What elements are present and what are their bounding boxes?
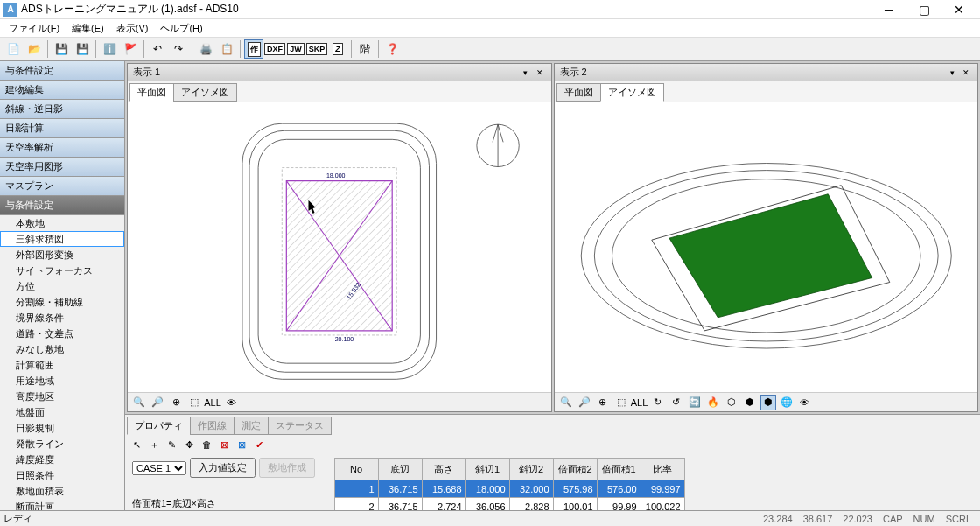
flag-icon[interactable]: 🚩 bbox=[121, 39, 140, 59]
undo-icon[interactable]: ↶ bbox=[148, 39, 167, 59]
sidebar-item[interactable]: 計算範囲 bbox=[0, 357, 124, 373]
tab-plan[interactable]: 平面図 bbox=[556, 83, 601, 102]
saveas-icon[interactable]: 💾 bbox=[73, 39, 92, 59]
minimize-button[interactable]: ─ bbox=[872, 0, 906, 19]
sidebar-h7[interactable]: 与条件設定 bbox=[0, 196, 124, 215]
sidebar-item[interactable]: 緯度経度 bbox=[0, 452, 124, 467]
sidebar-h4[interactable]: 天空率解析 bbox=[0, 138, 124, 158]
maximize-button[interactable]: ▢ bbox=[906, 0, 942, 19]
plus-icon[interactable]: ＋ bbox=[146, 437, 162, 452]
orbit-icon[interactable]: 🔄 bbox=[687, 395, 703, 410]
close-button[interactable]: ✕ bbox=[942, 0, 976, 19]
zoom-out-icon[interactable]: 🔎 bbox=[150, 395, 165, 410]
eye-icon[interactable]: 👁 bbox=[797, 395, 813, 410]
zoom-select-icon[interactable]: ⬚ bbox=[186, 395, 202, 410]
sidebar-item[interactable]: 敷地面積表 bbox=[0, 483, 124, 499]
sidebar-item[interactable]: 境界線条件 bbox=[0, 310, 124, 326]
mode-dxf-button[interactable]: DXF bbox=[265, 39, 284, 59]
mode-skp-button[interactable]: SKP bbox=[307, 39, 326, 59]
cube1-icon[interactable]: ⬡ bbox=[724, 395, 739, 410]
menu-view[interactable]: 表示(V) bbox=[111, 20, 154, 37]
table-row[interactable]: 236.7152.72436.0562.828100.0199.99100.02… bbox=[334, 498, 684, 510]
prop-tab-status[interactable]: ステータス bbox=[268, 417, 332, 435]
sidebar-item[interactable]: みなし敷地 bbox=[0, 341, 124, 357]
mode-z-button[interactable]: Z bbox=[328, 39, 347, 59]
sidebar-item[interactable]: 本敷地 bbox=[0, 215, 124, 231]
sidebar-item[interactable]: 方位 bbox=[0, 278, 124, 294]
check-icon[interactable]: ✔ bbox=[251, 437, 267, 452]
floor-button[interactable]: 階 bbox=[355, 39, 374, 59]
sidebar-item[interactable]: 道路・交差点 bbox=[0, 326, 124, 341]
sidebar-item[interactable]: 地盤面 bbox=[0, 404, 124, 420]
view1-canvas[interactable]: 18.000 20.100 15.532 bbox=[128, 102, 551, 392]
sidebar-h2[interactable]: 斜線・逆日影 bbox=[0, 100, 124, 119]
flame-icon[interactable]: 🔥 bbox=[705, 395, 721, 410]
zoom-all-button[interactable]: ALL bbox=[205, 395, 220, 410]
case-select[interactable]: CASE 1 bbox=[132, 461, 186, 475]
prop-tab-lines[interactable]: 作図線 bbox=[190, 417, 234, 435]
zoom-select-icon[interactable]: ⬚ bbox=[613, 395, 629, 410]
tab-iso[interactable]: アイソメ図 bbox=[173, 83, 237, 102]
redo-icon[interactable]: ↷ bbox=[169, 39, 188, 59]
move-icon[interactable]: ✥ bbox=[181, 437, 197, 452]
rotate-icon[interactable]: ↻ bbox=[650, 395, 666, 410]
pencil-icon[interactable]: ✎ bbox=[164, 437, 179, 452]
mode-jw-button[interactable]: JW bbox=[286, 39, 305, 59]
trash-icon[interactable]: 🗑 bbox=[199, 437, 214, 452]
save-icon[interactable]: 💾 bbox=[52, 39, 71, 59]
sidebar-item[interactable]: 断面計画 bbox=[0, 499, 124, 510]
calc-icon[interactable]: 📋 bbox=[217, 39, 236, 59]
open-icon[interactable]: 📂 bbox=[24, 39, 44, 59]
sidebar-item[interactable]: サイトフォーカス bbox=[0, 263, 124, 278]
prop-tab-measure[interactable]: 測定 bbox=[234, 417, 269, 435]
table-row[interactable]: 136.71515.68818.00032.000575.98576.0099.… bbox=[334, 480, 684, 497]
sidebar-item[interactable]: 日影規制 bbox=[0, 420, 124, 436]
status-num: NUM bbox=[908, 514, 941, 524]
blue-x-icon[interactable]: ⊠ bbox=[234, 437, 249, 452]
help-icon[interactable]: ❓ bbox=[382, 39, 402, 59]
sidebar-h5[interactable]: 天空率用図形 bbox=[0, 158, 124, 177]
zoom-all-button[interactable]: ALL bbox=[632, 395, 648, 410]
sidebar-item[interactable]: 外部図形変換 bbox=[0, 247, 124, 263]
zoom-out-icon[interactable]: 🔎 bbox=[577, 395, 592, 410]
sidebar-item[interactable]: 高度地区 bbox=[0, 389, 124, 404]
menu-edit[interactable]: 編集(E) bbox=[66, 20, 109, 37]
prop-tab-properties[interactable]: プロパティ bbox=[127, 417, 191, 435]
sidebar-h3[interactable]: 日影計算 bbox=[0, 119, 124, 138]
cube3-icon[interactable]: ⬢ bbox=[760, 395, 776, 410]
print-icon[interactable]: 🖨️ bbox=[196, 39, 215, 59]
sidebar-item[interactable]: 分割線・補助線 bbox=[0, 294, 124, 310]
red-x-icon[interactable]: ⊠ bbox=[216, 437, 232, 452]
tab-iso[interactable]: アイソメ図 bbox=[600, 83, 664, 102]
sidebar-item[interactable]: 発散ライン bbox=[0, 436, 124, 452]
view-close-icon[interactable]: ✕ bbox=[960, 67, 972, 79]
arrow-icon[interactable]: ↖ bbox=[129, 437, 144, 452]
info-icon[interactable]: ℹ️ bbox=[100, 39, 119, 59]
sidebar-item[interactable]: 日照条件 bbox=[0, 467, 124, 483]
view-dropdown-icon[interactable]: ▾ bbox=[946, 67, 958, 79]
sidebar-h6[interactable]: マスプラン bbox=[0, 177, 124, 196]
sidebar-h1[interactable]: 建物編集 bbox=[0, 81, 124, 100]
zoom-in-icon[interactable]: 🔍 bbox=[131, 395, 147, 410]
zoom-window-icon[interactable]: ⊕ bbox=[595, 395, 611, 410]
th: No bbox=[334, 459, 378, 480]
eye-icon[interactable]: 👁 bbox=[223, 395, 239, 410]
sidebar-h0[interactable]: 与条件設定 bbox=[0, 61, 124, 81]
sidebar-item[interactable]: 用途地域 bbox=[0, 373, 124, 389]
rotate2-icon[interactable]: ↺ bbox=[668, 395, 684, 410]
zoom-in-icon[interactable]: 🔍 bbox=[558, 395, 574, 410]
cube2-icon[interactable]: ⬢ bbox=[742, 395, 758, 410]
th: 底辺 bbox=[378, 459, 422, 480]
view-close-icon[interactable]: ✕ bbox=[534, 67, 546, 79]
menu-file[interactable]: ファイル(F) bbox=[4, 20, 65, 37]
zoom-window-icon[interactable]: ⊕ bbox=[168, 395, 184, 410]
view-dropdown-icon[interactable]: ▾ bbox=[520, 67, 532, 79]
globe-icon[interactable]: 🌐 bbox=[779, 395, 794, 410]
mode-build-button[interactable]: 作 bbox=[244, 39, 263, 59]
sidebar-item-selected[interactable]: 三斜求積図 bbox=[0, 231, 124, 247]
input-values-button[interactable]: 入力値設定 bbox=[190, 458, 256, 478]
view2-canvas[interactable] bbox=[555, 102, 978, 392]
menu-help[interactable]: ヘルプ(H) bbox=[155, 20, 207, 37]
tab-plan[interactable]: 平面図 bbox=[130, 83, 174, 102]
new-icon[interactable]: 📄 bbox=[4, 39, 23, 59]
